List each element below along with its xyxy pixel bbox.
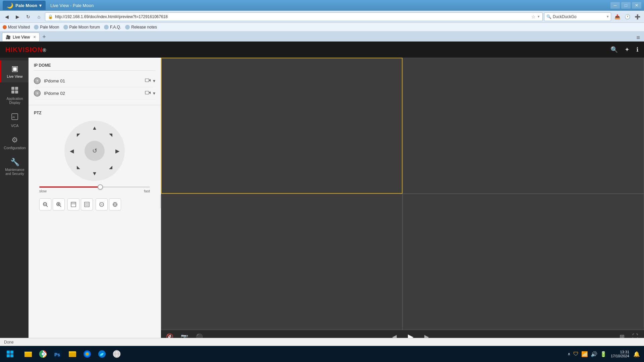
tab-favicon-icon: 🎥 — [6, 35, 11, 40]
expand-button[interactable] — [67, 198, 79, 210]
video-cell-3[interactable] — [161, 194, 402, 330]
camera-1-dropdown[interactable]: ▾ — [153, 78, 155, 83]
forward-button[interactable]: ▶ — [13, 12, 22, 21]
taskbar-apps: Ps — [21, 347, 123, 361]
start-button[interactable] — [4, 348, 16, 360]
taskbar-datetime[interactable]: 13:31 17/10/2024 — [611, 350, 629, 358]
tab-close-button[interactable]: ✕ — [33, 35, 36, 39]
camera-1-actions: ▾ — [145, 78, 155, 83]
header-right-icons: 🔍 ✦ ℹ — [610, 46, 639, 53]
most-visited-icon — [3, 25, 7, 29]
svg-rect-1 — [15, 87, 18, 90]
taskbar-notification-bell[interactable]: 🔔 — [633, 351, 640, 357]
tab-title: Live View — [13, 35, 30, 40]
ptz-up-button[interactable]: ▲ — [90, 123, 99, 133]
search-header-icon[interactable]: 🔍 — [610, 46, 618, 53]
svg-point-11 — [36, 92, 38, 94]
history-button[interactable]: 🕐 — [623, 12, 632, 21]
slider-thumb[interactable] — [98, 184, 103, 190]
pale-moon-menu-button[interactable]: 🌙 Pale Moon ▾ — [3, 1, 46, 10]
application-display-icon — [11, 86, 18, 96]
ptz-left-button[interactable]: ◀ — [67, 146, 76, 156]
bookmark-most-visited[interactable]: Most Visited — [3, 25, 30, 29]
ptz-right-button[interactable]: ▶ — [113, 146, 122, 156]
svg-rect-0 — [11, 87, 14, 90]
speed-fast-label: fast — [144, 189, 150, 193]
zoom-buttons — [39, 198, 65, 210]
info-header-icon[interactable]: ℹ — [636, 46, 639, 53]
bookmark-faq[interactable]: F.A.Q. — [104, 25, 121, 29]
sidebar-item-maintenance-security[interactable]: 🔧 Maintenance and Security — [0, 154, 29, 180]
preset-button-1[interactable] — [96, 198, 108, 210]
video-cell-1[interactable] — [161, 58, 402, 194]
sidebar-item-application-display[interactable]: Application Display — [0, 82, 29, 109]
preset-button-2[interactable] — [109, 198, 121, 210]
new-tab-button[interactable]: + — [40, 33, 49, 41]
tab-bar: 🎥 Live View ✕ + ≡ — [0, 32, 644, 42]
browser-logo-label: Pale Moon — [15, 3, 37, 8]
search-bar[interactable]: 🔍 DuckDuckGo ▾ — [544, 12, 611, 21]
ptz-downright-button[interactable]: ◢ — [106, 162, 115, 172]
svg-point-42 — [42, 353, 44, 355]
taskbar-globe-button[interactable] — [110, 347, 123, 361]
zoom-out-button[interactable] — [39, 198, 51, 210]
slider-track — [39, 186, 150, 188]
maintenance-icon: 🔧 — [10, 158, 19, 167]
back-button[interactable]: ◀ — [2, 12, 11, 21]
ptz-downleft-button[interactable]: ◣ — [74, 162, 83, 172]
maximize-button[interactable]: □ — [621, 2, 631, 9]
taskbar-chevron-icon[interactable]: ∧ — [568, 352, 571, 356]
svg-rect-33 — [7, 351, 10, 354]
svg-rect-23 — [74, 203, 75, 204]
fullscreen-button[interactable] — [81, 198, 93, 210]
taskbar-chrome-button[interactable] — [36, 347, 50, 361]
pale-moon-bookmark-label: Pale Moon — [40, 25, 59, 29]
tab-list-button[interactable]: ≡ — [634, 34, 642, 41]
sidebar-item-configuration[interactable]: ⚙ Configuration — [0, 132, 29, 154]
taskbar-edge-button[interactable] — [95, 347, 109, 361]
tab-live-view[interactable]: 🎥 Live View ✕ — [2, 33, 40, 41]
refresh-button[interactable]: ↻ — [23, 12, 33, 21]
zoom-in-button[interactable] — [53, 198, 65, 210]
video-cell-2[interactable] — [402, 58, 644, 194]
svg-line-18 — [60, 205, 61, 207]
home-button[interactable]: ⌂ — [34, 12, 44, 21]
svg-rect-39 — [24, 352, 28, 353]
camera-dot-1 — [34, 77, 41, 84]
extensions-button[interactable]: ➕ — [633, 12, 642, 21]
sidebar-item-live-view[interactable]: ▣ Live View — [0, 60, 29, 82]
bookmark-pale-moon[interactable]: Pale Moon — [34, 25, 59, 29]
bookmark-pale-moon-forum[interactable]: Pale Moon forum — [63, 25, 100, 29]
taskbar-explorer-button[interactable] — [21, 347, 35, 361]
taskbar-photoshop-button[interactable]: Ps — [51, 347, 64, 361]
camera-section: IP DOME IPdome 01 ▾ — [29, 58, 161, 105]
ip-dome-title: IP DOME — [34, 63, 155, 71]
ptz-speed-slider[interactable] — [39, 186, 150, 188]
minimize-button[interactable]: ─ — [610, 2, 620, 9]
camera-2-dropdown[interactable]: ▾ — [153, 90, 155, 96]
ptz-upright-button[interactable]: ◥ — [106, 130, 115, 139]
video-cell-4[interactable] — [402, 194, 644, 330]
sidebar-maintenance-label: Maintenance and Security — [2, 168, 27, 176]
close-button[interactable]: ✕ — [632, 2, 641, 9]
address-bar[interactable]: 🔒 http://192.168.1.69/doc/index.html#/pr… — [45, 12, 543, 21]
camera-dot-2 — [34, 90, 41, 97]
svg-rect-2 — [11, 90, 14, 94]
taskbar-firefox-button[interactable] — [80, 347, 94, 361]
settings-header-icon[interactable]: ✦ — [625, 46, 630, 53]
taskbar-files-button[interactable] — [66, 347, 79, 361]
svg-rect-34 — [10, 351, 13, 354]
svg-rect-22 — [72, 203, 73, 204]
faq-icon — [104, 25, 109, 29]
ptz-down-button[interactable]: ▼ — [90, 169, 99, 178]
ptz-upleft-button[interactable]: ◤ — [74, 130, 83, 139]
svg-rect-3 — [15, 90, 18, 94]
svg-rect-47 — [69, 351, 71, 353]
camera-name-1: IPdome 01 — [44, 78, 142, 83]
downloads-button[interactable]: 📥 — [612, 12, 622, 21]
bookmark-release-notes[interactable]: Release notes — [125, 25, 157, 29]
sidebar-item-vca[interactable]: AI VCA — [0, 109, 29, 132]
ptz-center-reset-button[interactable]: ↺ — [85, 141, 105, 161]
ptz-action-buttons — [34, 198, 155, 210]
speed-labels: slow fast — [39, 189, 150, 193]
